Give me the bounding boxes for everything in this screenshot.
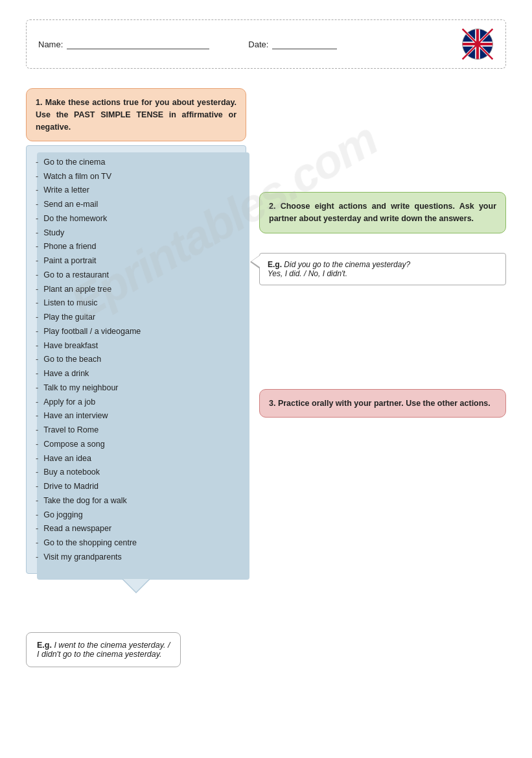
list-item-text: Write a letter [43, 184, 89, 196]
list-dash: - [36, 353, 38, 366]
right-column: 2. Choose eight actions and write questi… [259, 88, 506, 418]
section3-number: 3. [269, 399, 275, 408]
list-item-text: Go to the beach [43, 353, 101, 366]
list-dash: - [36, 241, 38, 253]
bottom-eg-line1: I went to the cinema yesterday. / [54, 641, 170, 650]
header-fields: Name: Date: [38, 39, 337, 49]
list-item: -Play football / a videogame [36, 324, 234, 338]
section1-number: 1. [36, 98, 42, 107]
list-item-text: Have an idea [43, 453, 91, 465]
list-item: -Apply for a job [36, 395, 234, 409]
list-dash: - [36, 283, 38, 296]
list-dash: - [36, 410, 38, 422]
bottom-example-box: E.g. I went to the cinema yesterday. / I… [26, 632, 181, 667]
list-item-text: Phone a friend [43, 241, 96, 253]
date-label: Date: [248, 40, 268, 49]
right-example-box: E.g. Did you go to the cinema yesterday?… [259, 253, 506, 285]
list-dash: - [36, 156, 38, 169]
list-dash: - [36, 495, 38, 507]
section3-instruction: Practice orally with your partner. Use t… [278, 399, 491, 408]
list-item: -Talk to my neighbour [36, 381, 234, 395]
right-eg-label: E.g. [268, 260, 282, 269]
list-dash: - [36, 424, 38, 436]
list-dash: - [36, 184, 38, 196]
list-item: -Paint a portrait [36, 254, 234, 268]
right-eg-line1: Did you go to the cinema yesterday? [284, 260, 410, 269]
list-item-text: Listen to music [43, 297, 97, 309]
list-item-text: Drive to Madrid [43, 480, 98, 493]
list-item-text: Plant an apple tree [43, 283, 111, 296]
bottom-eg-line2: I didn't go to the cinema yesterday. [37, 650, 162, 659]
list-item: -Watch a film on TV [36, 169, 234, 184]
uk-flag-icon [461, 28, 494, 60]
list-item-text: Go to the cinema [43, 156, 105, 169]
list-dash: - [36, 171, 38, 183]
list-item-text: Have breakfast [43, 340, 98, 352]
list-item-text: Buy a notebook [43, 466, 100, 479]
list-item: -Listen to music [36, 296, 234, 311]
list-dash: - [36, 326, 38, 338]
right-eg-line2: Yes, I did. / No, I didn't. [268, 269, 347, 278]
right-example-pointer-inner [251, 255, 260, 267]
left-column: 1. Make these actions true for you about… [26, 88, 246, 667]
list-item: -Visit my grandparents [36, 550, 234, 564]
list-item: -Go to the beach [36, 353, 234, 367]
list-dash: - [36, 382, 38, 394]
activity-list: -Go to the cinema-Watch a film on TV-Wri… [26, 145, 246, 574]
date-field: Date: [248, 39, 337, 49]
list-item: -Drive to Madrid [36, 480, 234, 494]
list-dash: - [36, 368, 38, 380]
list-item: -Compose a song [36, 437, 234, 451]
list-item: -Travel to Rome [36, 423, 234, 438]
list-item: -Buy a notebook [36, 466, 234, 480]
section2-instruction: Choose eight actions and write questions… [269, 202, 496, 223]
date-underline[interactable] [272, 39, 337, 49]
list-item-text: Go to the shopping centre [43, 537, 137, 549]
list-item-text: Do the homework [43, 213, 107, 225]
bottom-example-area: E.g. I went to the cinema yesterday. / I… [26, 600, 246, 667]
list-dash: - [36, 255, 38, 267]
list-item: -Study [36, 226, 234, 240]
list-item: -Have an interview [36, 409, 234, 423]
list-item: -Go jogging [36, 508, 234, 522]
list-item-text: Send an e-mail [43, 198, 98, 211]
list-item: -Have an idea [36, 451, 234, 466]
list-item-text: Have a drink [43, 368, 89, 380]
list-dash: - [36, 551, 38, 563]
list-item-text: Study [43, 227, 64, 239]
list-item-text: Play football / a videogame [43, 326, 141, 338]
list-item-text: Apply for a job [43, 396, 95, 409]
list-dash: - [36, 227, 38, 239]
bottom-eg-label: E.g. [37, 641, 52, 650]
list-dash: - [36, 269, 38, 281]
name-label: Name: [38, 40, 63, 49]
fold-arrow-inner [123, 579, 149, 592]
name-field: Name: [38, 39, 209, 49]
list-dash: - [36, 466, 38, 479]
list-container: -Go to the cinema-Watch a film on TV-Wri… [26, 145, 246, 574]
list-dash: - [36, 480, 38, 493]
list-dash: - [36, 523, 38, 535]
list-item: -Go to a restaurant [36, 268, 234, 282]
list-item: -Have breakfast [36, 338, 234, 353]
list-item-text: Paint a portrait [43, 255, 96, 267]
list-item: -Send an e-mail [36, 198, 234, 212]
list-item-text: Travel to Rome [43, 424, 98, 436]
right-spacer-top [259, 88, 506, 179]
instruction-box-2: 2. Choose eight actions and write questi… [259, 192, 506, 233]
list-item: -Do the homework [36, 211, 234, 226]
list-item-text: Compose a song [43, 438, 105, 451]
right-spacer-mid [259, 298, 506, 376]
list-item: -Go to the cinema [36, 155, 234, 169]
list-dash: - [36, 340, 38, 352]
list-item: -Plant an apple tree [36, 282, 234, 296]
list-item-text: Play the guitar [43, 311, 95, 324]
list-dash: - [36, 537, 38, 549]
main-layout: 1. Make these actions true for you about… [26, 88, 506, 667]
list-item: -Go to the shopping centre [36, 536, 234, 551]
list-dash: - [36, 509, 38, 521]
list-dash: - [36, 396, 38, 409]
list-dash: - [36, 213, 38, 225]
list-item-text: Read a newspaper [43, 523, 111, 535]
name-underline[interactable] [67, 39, 209, 49]
